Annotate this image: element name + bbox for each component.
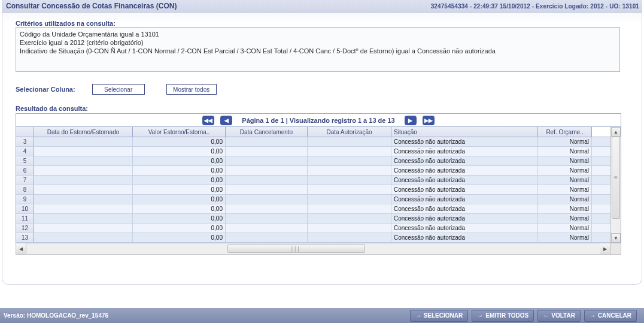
cell-data-autorizacao bbox=[308, 185, 391, 194]
cell-data-estorno bbox=[34, 147, 133, 156]
cell-valor-estorno: 0,00 bbox=[133, 185, 226, 194]
cell-valor-estorno: 0,00 bbox=[133, 214, 226, 223]
cell-valor-estorno: 0,00 bbox=[133, 166, 226, 175]
criteria-line: Indicativo de Situação (0-CON Ñ Aut / 1-… bbox=[20, 47, 616, 55]
cell-data-autorizacao bbox=[308, 156, 391, 165]
arrow-right-icon: → bbox=[415, 312, 421, 319]
cell-data-autorizacao bbox=[308, 233, 391, 242]
cancelar-button[interactable]: →CANCELAR bbox=[584, 310, 637, 322]
table-row[interactable]: 50,00Concessão não autorizadaNormal bbox=[16, 156, 610, 166]
table-row[interactable]: 100,00Concessão não autorizadaNormal bbox=[16, 204, 610, 214]
arrow-left-icon: ← bbox=[543, 312, 549, 319]
scroll-corner bbox=[610, 243, 621, 254]
cell-situacao: Concessão não autorizada bbox=[391, 185, 538, 194]
table-row[interactable]: 110,00Concessão não autorizadaNormal bbox=[16, 214, 610, 224]
row-number: 9 bbox=[16, 195, 34, 204]
cell-data-estorno bbox=[34, 185, 133, 194]
cell-ref-orcamentaria: Normal bbox=[538, 176, 592, 185]
table-row[interactable]: 70,00Concessão não autorizadaNormal bbox=[16, 176, 610, 185]
emitir-label: EMITIR TODOS bbox=[485, 312, 528, 319]
scroll-track[interactable] bbox=[611, 137, 621, 233]
row-number: 6 bbox=[16, 166, 34, 175]
cell-data-estorno bbox=[34, 176, 133, 185]
cell-situacao: Concessão não autorizada bbox=[391, 214, 538, 223]
prev-page-button[interactable]: ◀ bbox=[220, 116, 232, 125]
emitir-todos-button[interactable]: →EMITIR TODOS bbox=[472, 310, 534, 322]
table-row[interactable]: 90,00Concessão não autorizadaNormal bbox=[16, 195, 610, 204]
row-number: 13 bbox=[16, 233, 34, 242]
criteria-label: Critérios utilizados na consulta: bbox=[16, 20, 628, 27]
rownum-header bbox=[16, 127, 34, 137]
cell-situacao: Concessão não autorizada bbox=[391, 156, 538, 165]
cell-data-estorno bbox=[34, 224, 133, 233]
row-number: 4 bbox=[16, 147, 34, 156]
select-column-button[interactable]: Selecionar bbox=[92, 84, 145, 95]
cell-situacao: Concessão não autorizada bbox=[391, 224, 538, 233]
cell-ref-orcamentaria: Normal bbox=[538, 214, 592, 223]
col-valor-estorno[interactable]: Valor Estorno/Estorna.. bbox=[133, 127, 226, 137]
col-data-autorizacao[interactable]: Data Autorização bbox=[308, 127, 391, 137]
cell-situacao: Concessão não autorizada bbox=[391, 195, 538, 204]
cell-ref-orcamentaria: Normal bbox=[538, 204, 592, 213]
scroll-down-button[interactable]: ▼ bbox=[611, 233, 621, 243]
criteria-line: Exercício igual a 2012 (critério obrigat… bbox=[20, 38, 616, 47]
table-row[interactable]: 40,00Concessão não autorizadaNormal bbox=[16, 147, 610, 156]
arrow-right-icon: → bbox=[590, 312, 596, 319]
voltar-button[interactable]: ←VOLTAR bbox=[537, 310, 581, 322]
cell-ref-orcamentaria: Normal bbox=[538, 137, 592, 146]
table-row[interactable]: 120,00Concessão não autorizadaNormal bbox=[16, 224, 610, 233]
next-page-button[interactable]: ▶ bbox=[405, 116, 417, 125]
scroll-thumb[interactable] bbox=[612, 137, 620, 219]
scroll-left-button[interactable]: ◀ bbox=[16, 243, 26, 254]
criteria-box: Código da Unidade Orçamentária igual a 1… bbox=[16, 27, 620, 72]
cell-situacao: Concessão não autorizada bbox=[391, 137, 538, 146]
footer-bar: Versão: HOMOLOGACAO_rev_15476 →SELECIONA… bbox=[0, 308, 644, 323]
cell-situacao: Concessão não autorizada bbox=[391, 166, 538, 175]
scroll-up-button[interactable]: ▲ bbox=[611, 127, 621, 137]
scroll-right-button[interactable]: ▶ bbox=[600, 243, 610, 254]
col-situacao[interactable]: Situação bbox=[391, 127, 538, 137]
cell-data-cancelamento bbox=[226, 195, 308, 204]
col-data-cancelamento[interactable]: Data Cancelamento bbox=[226, 127, 308, 137]
vertical-scrollbar[interactable]: ▲ ▼ bbox=[610, 127, 621, 243]
cell-data-cancelamento bbox=[226, 156, 308, 165]
pager: ◀◀ ◀ Página 1 de 1 | Visualizando regist… bbox=[16, 114, 621, 127]
horizontal-scrollbar[interactable]: ◀ ||| ▶ bbox=[16, 243, 621, 255]
row-number: 11 bbox=[16, 214, 34, 223]
first-page-button[interactable]: ◀◀ bbox=[202, 116, 214, 125]
last-page-button[interactable]: ▶▶ bbox=[423, 116, 435, 125]
select-column-label: Selecionar Coluna: bbox=[16, 86, 75, 93]
cell-data-estorno bbox=[34, 166, 133, 175]
hscroll-track[interactable]: ||| bbox=[26, 243, 600, 254]
main-panel: Consultar Concessão de Cotas Financeiras… bbox=[2, 0, 642, 285]
hscroll-thumb[interactable]: ||| bbox=[227, 244, 365, 253]
cell-data-autorizacao bbox=[308, 176, 391, 185]
cell-data-cancelamento bbox=[226, 214, 308, 223]
cell-data-estorno bbox=[34, 214, 133, 223]
table-row[interactable]: 130,00Concessão não autorizadaNormal bbox=[16, 233, 610, 243]
cell-data-estorno bbox=[34, 204, 133, 213]
row-number: 8 bbox=[16, 185, 34, 194]
row-number: 12 bbox=[16, 224, 34, 233]
show-all-button[interactable]: Mostrar todos bbox=[166, 84, 217, 95]
result-label: Resultado da consulta: bbox=[16, 105, 628, 112]
table-row[interactable]: 60,00Concessão não autorizadaNormal bbox=[16, 166, 610, 176]
row-number: 5 bbox=[16, 156, 34, 165]
cell-data-autorizacao bbox=[308, 224, 391, 233]
row-number: 7 bbox=[16, 176, 34, 185]
cell-situacao: Concessão não autorizada bbox=[391, 204, 538, 213]
cell-data-estorno bbox=[34, 156, 133, 165]
cell-data-autorizacao bbox=[308, 195, 391, 204]
col-ref-orcamentaria[interactable]: Ref. Orçame.. bbox=[538, 127, 592, 137]
cell-data-cancelamento bbox=[226, 185, 308, 194]
col-data-estorno[interactable]: Data do Estorno/Estornado bbox=[34, 127, 133, 137]
result-grid: ◀◀ ◀ Página 1 de 1 | Visualizando regist… bbox=[16, 113, 621, 243]
page-title: Consultar Concessão de Cotas Financeiras… bbox=[6, 2, 177, 10]
table-row[interactable]: 30,00Concessão não autorizadaNormal bbox=[16, 137, 610, 147]
table-row[interactable]: 80,00Concessão não autorizadaNormal bbox=[16, 185, 610, 195]
cell-data-cancelamento bbox=[226, 204, 308, 213]
selecionar-button[interactable]: →SELECIONAR bbox=[410, 310, 469, 322]
cell-ref-orcamentaria: Normal bbox=[538, 166, 592, 175]
cell-valor-estorno: 0,00 bbox=[133, 156, 226, 165]
grid-header-row: Data do Estorno/Estornado Valor Estorno/… bbox=[16, 127, 610, 137]
